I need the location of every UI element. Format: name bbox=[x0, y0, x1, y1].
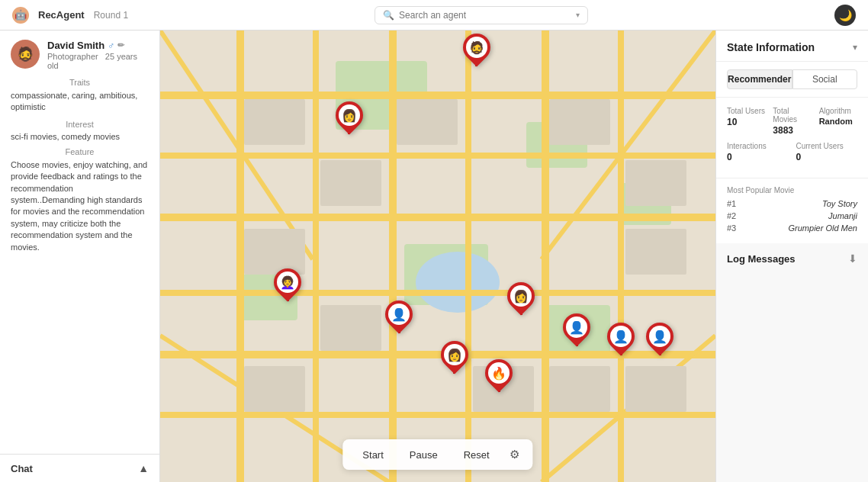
map-svg bbox=[160, 31, 715, 482]
map-pin-6[interactable]: 👩 bbox=[507, 282, 535, 315]
map-pin-5[interactable]: 👩 bbox=[441, 341, 468, 374]
state-info-header: State Information ▾ bbox=[716, 31, 868, 62]
search-input[interactable] bbox=[399, 10, 568, 21]
reset-button[interactable]: Reset bbox=[452, 445, 502, 464]
map-pin-2[interactable]: 👩 bbox=[336, 101, 363, 134]
total-users-value: 10 bbox=[727, 117, 765, 127]
traits-label: Traits bbox=[11, 78, 149, 87]
total-movies-value: 3883 bbox=[773, 125, 811, 136]
movie-row-3: #3 Grumpier Old Men bbox=[727, 223, 857, 233]
svg-rect-34 bbox=[625, 366, 686, 412]
stat-total-users: Total Users 10 bbox=[727, 107, 765, 136]
traits-text: compassionate, caring, ambitious, optimi… bbox=[11, 90, 149, 114]
tab-group: Recommender Social bbox=[716, 62, 868, 98]
agent-info: 🧔 David Smith ♂ ✏ Photographer 25 years … bbox=[0, 31, 159, 454]
agent-name-block: David Smith ♂ ✏ Photographer 25 years ol… bbox=[47, 40, 149, 70]
interest-text: sci-fi movies, comedy movies bbox=[11, 132, 149, 141]
map-pin-1[interactable]: 🧔 bbox=[463, 34, 490, 66]
svg-rect-31 bbox=[320, 305, 381, 351]
search-container: 🔍 ▾ bbox=[137, 6, 825, 24]
movie-row-1: #1 Toy Story bbox=[727, 199, 857, 208]
svg-rect-25 bbox=[320, 160, 381, 206]
svg-rect-27 bbox=[549, 99, 610, 145]
movie-title-1: Toy Story bbox=[745, 199, 857, 208]
svg-point-7 bbox=[416, 252, 500, 313]
agent-name-row: David Smith ♂ ✏ bbox=[47, 40, 149, 51]
svg-rect-16 bbox=[389, 31, 397, 482]
log-header: Log Messages ⬇ bbox=[727, 252, 857, 265]
map-pin-3[interactable]: 👩‍🦱 bbox=[274, 268, 301, 301]
stat-interactions: Interactions 0 bbox=[727, 142, 789, 162]
tab-recommender[interactable]: Recommender bbox=[727, 69, 792, 89]
algorithm-value: Random bbox=[819, 117, 857, 126]
search-chevron-icon: ▾ bbox=[576, 11, 580, 19]
svg-rect-15 bbox=[313, 31, 319, 482]
chat-label: Chat bbox=[11, 463, 33, 474]
search-icon: 🔍 bbox=[383, 10, 394, 21]
app-round: Round 1 bbox=[94, 10, 128, 21]
stats-grid: Total Users 10 Total Movies 3883 Algorit… bbox=[716, 98, 868, 178]
current-users-value: 0 bbox=[796, 152, 858, 162]
map-pin-9[interactable]: 👤 bbox=[646, 323, 674, 355]
edit-icon[interactable]: ✏ bbox=[117, 40, 124, 50]
svg-rect-26 bbox=[397, 99, 458, 145]
current-users-label: Current Users bbox=[796, 142, 858, 150]
state-info-chevron-icon[interactable]: ▾ bbox=[853, 42, 857, 53]
agent-gender-icon: ♂ bbox=[108, 40, 114, 51]
tab-social[interactable]: Social bbox=[792, 69, 858, 89]
log-messages-section: Log Messages ⬇ bbox=[716, 243, 868, 482]
right-panel: State Information ▾ Recommender Social T… bbox=[715, 31, 868, 482]
stat-algorithm: Algorithm Random bbox=[819, 107, 857, 136]
map-pin-10[interactable]: 🔥 bbox=[485, 359, 513, 392]
total-users-label: Total Users bbox=[727, 107, 765, 115]
map-pin-4[interactable]: 👤 bbox=[385, 300, 413, 333]
log-title: Log Messages bbox=[727, 253, 796, 265]
svg-rect-28 bbox=[625, 160, 686, 206]
movie-rank-1: #1 bbox=[727, 199, 745, 208]
dark-mode-toggle[interactable]: 🌙 bbox=[834, 5, 856, 26]
svg-rect-29 bbox=[244, 229, 305, 275]
feature-text: Choose movies, enjoy watching, and provi… bbox=[11, 159, 149, 253]
svg-rect-24 bbox=[244, 99, 305, 145]
svg-rect-30 bbox=[244, 366, 305, 412]
avatar: 🧔 bbox=[11, 40, 40, 69]
bottom-controls: Start Pause Reset ⚙ bbox=[342, 439, 532, 470]
svg-rect-14 bbox=[236, 31, 244, 482]
pause-button[interactable]: Pause bbox=[397, 445, 450, 464]
start-button[interactable]: Start bbox=[350, 445, 395, 464]
agent-header: 🧔 David Smith ♂ ✏ Photographer 25 years … bbox=[11, 40, 149, 70]
stats-row-2: Interactions 0 Current Users 0 bbox=[727, 142, 857, 162]
stat-total-movies: Total Movies 3883 bbox=[773, 107, 811, 136]
chat-chevron-icon: ▲ bbox=[138, 462, 149, 474]
movie-row-2: #2 Jumanji bbox=[727, 211, 857, 220]
moon-icon: 🌙 bbox=[839, 9, 852, 21]
chat-panel[interactable]: Chat ▲ bbox=[0, 454, 159, 482]
log-download-icon[interactable]: ⬇ bbox=[848, 252, 857, 265]
interactions-label: Interactions bbox=[727, 142, 789, 150]
settings-button[interactable]: ⚙ bbox=[503, 444, 526, 465]
svg-rect-32 bbox=[625, 229, 686, 275]
interest-label: Interest bbox=[11, 120, 149, 129]
app-logo: 🤖 bbox=[12, 7, 29, 24]
left-panel: 🧔 David Smith ♂ ✏ Photographer 25 years … bbox=[0, 31, 160, 482]
popular-movies-label: Most Popular Movie bbox=[727, 186, 857, 194]
svg-rect-33 bbox=[549, 366, 610, 412]
svg-rect-17 bbox=[465, 31, 471, 482]
agent-name-text: David Smith bbox=[47, 40, 104, 51]
popular-movies: Most Popular Movie #1 Toy Story #2 Juman… bbox=[716, 178, 868, 243]
map-pin-7[interactable]: 👤 bbox=[563, 313, 590, 346]
main-content: 🧔 David Smith ♂ ✏ Photographer 25 years … bbox=[0, 31, 868, 482]
algorithm-label: Algorithm bbox=[819, 107, 857, 115]
search-box[interactable]: 🔍 ▾ bbox=[375, 6, 588, 24]
state-info-title: State Information bbox=[727, 41, 815, 53]
stat-current-users: Current Users 0 bbox=[796, 142, 858, 162]
movie-rank-3: #3 bbox=[727, 223, 745, 233]
agent-role: Photographer 25 years old bbox=[47, 52, 149, 70]
map-pin-8[interactable]: 👤 bbox=[607, 323, 635, 355]
app-name: RecAgent bbox=[38, 9, 85, 21]
stats-row-1: Total Users 10 Total Movies 3883 Algorit… bbox=[727, 107, 857, 136]
total-movies-label: Total Movies bbox=[773, 107, 811, 124]
interactions-value: 0 bbox=[727, 152, 789, 162]
feature-label: Feature bbox=[11, 147, 149, 156]
map-area: 🧔 👩 👩‍🦱 👤 👩 👩 👤 👤 bbox=[160, 31, 715, 482]
